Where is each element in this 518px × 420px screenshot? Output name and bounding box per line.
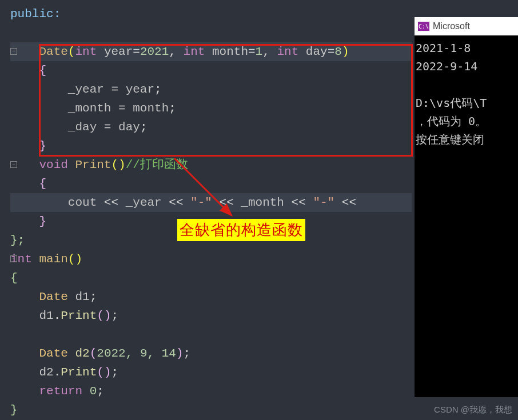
function-main: main [39,253,67,266]
console-output: 2021-1-8 2022-9-14 D:\vs代码\T ，代码为 0。 按任意… [415,35,518,152]
fold-icon[interactable]: − [10,48,17,55]
keyword-public: public [10,7,54,21]
method-print: Print [75,158,111,171]
constructor-name: Date [39,45,67,58]
annotation-label: 全缺省的构造函数 [177,219,305,241]
fold-icon[interactable]: − [10,255,17,262]
console-app-title: Microsoft [433,21,470,31]
console-icon: C:\ [418,22,429,31]
console-titlebar[interactable]: C:\ Microsoft [415,17,518,35]
comment: //打印函数 [126,158,188,171]
watermark: CSDN @我愿，我想 [434,405,512,415]
fold-icon[interactable]: − [10,161,17,168]
console-window[interactable]: C:\ Microsoft 2021-1-8 2022-9-14 D:\vs代码… [415,17,518,397]
code-editor[interactable]: public: − Date(int year=2021, int month=… [0,0,412,419]
